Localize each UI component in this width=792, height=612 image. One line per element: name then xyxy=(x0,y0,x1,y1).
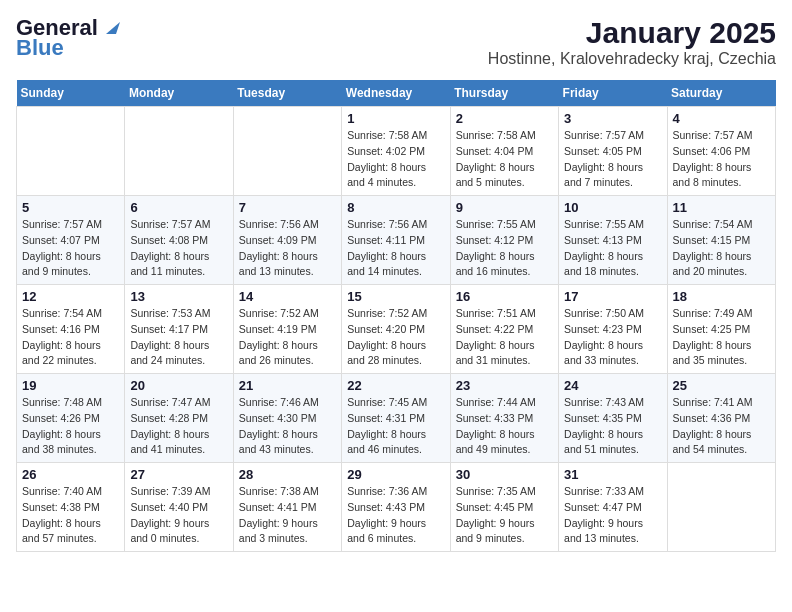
week-row-5: 26Sunrise: 7:40 AMSunset: 4:38 PMDayligh… xyxy=(17,463,776,552)
day-cell: 3Sunrise: 7:57 AMSunset: 4:05 PMDaylight… xyxy=(559,107,667,196)
day-cell xyxy=(233,107,341,196)
day-cell: 23Sunrise: 7:44 AMSunset: 4:33 PMDayligh… xyxy=(450,374,558,463)
day-detail: Sunrise: 7:52 AMSunset: 4:20 PMDaylight:… xyxy=(347,306,444,369)
day-detail: Sunrise: 7:43 AMSunset: 4:35 PMDaylight:… xyxy=(564,395,661,458)
page-header: General Blue January 2025 Hostinne, Kral… xyxy=(16,16,776,68)
day-detail: Sunrise: 7:36 AMSunset: 4:43 PMDaylight:… xyxy=(347,484,444,547)
day-number: 17 xyxy=(564,289,661,304)
col-header-wednesday: Wednesday xyxy=(342,80,450,107)
day-detail: Sunrise: 7:54 AMSunset: 4:16 PMDaylight:… xyxy=(22,306,119,369)
day-detail: Sunrise: 7:46 AMSunset: 4:30 PMDaylight:… xyxy=(239,395,336,458)
day-number: 31 xyxy=(564,467,661,482)
col-header-tuesday: Tuesday xyxy=(233,80,341,107)
day-detail: Sunrise: 7:57 AMSunset: 4:07 PMDaylight:… xyxy=(22,217,119,280)
day-detail: Sunrise: 7:57 AMSunset: 4:05 PMDaylight:… xyxy=(564,128,661,191)
day-cell: 18Sunrise: 7:49 AMSunset: 4:25 PMDayligh… xyxy=(667,285,775,374)
day-number: 22 xyxy=(347,378,444,393)
day-number: 13 xyxy=(130,289,227,304)
day-number: 24 xyxy=(564,378,661,393)
day-number: 26 xyxy=(22,467,119,482)
day-cell: 7Sunrise: 7:56 AMSunset: 4:09 PMDaylight… xyxy=(233,196,341,285)
day-number: 18 xyxy=(673,289,770,304)
day-detail: Sunrise: 7:49 AMSunset: 4:25 PMDaylight:… xyxy=(673,306,770,369)
day-detail: Sunrise: 7:55 AMSunset: 4:13 PMDaylight:… xyxy=(564,217,661,280)
day-cell: 1Sunrise: 7:58 AMSunset: 4:02 PMDaylight… xyxy=(342,107,450,196)
logo: General Blue xyxy=(16,16,122,60)
day-detail: Sunrise: 7:44 AMSunset: 4:33 PMDaylight:… xyxy=(456,395,553,458)
day-detail: Sunrise: 7:52 AMSunset: 4:19 PMDaylight:… xyxy=(239,306,336,369)
day-cell xyxy=(17,107,125,196)
day-detail: Sunrise: 7:57 AMSunset: 4:08 PMDaylight:… xyxy=(130,217,227,280)
day-cell: 25Sunrise: 7:41 AMSunset: 4:36 PMDayligh… xyxy=(667,374,775,463)
day-cell: 24Sunrise: 7:43 AMSunset: 4:35 PMDayligh… xyxy=(559,374,667,463)
day-number: 28 xyxy=(239,467,336,482)
day-detail: Sunrise: 7:57 AMSunset: 4:06 PMDaylight:… xyxy=(673,128,770,191)
day-cell: 30Sunrise: 7:35 AMSunset: 4:45 PMDayligh… xyxy=(450,463,558,552)
day-number: 27 xyxy=(130,467,227,482)
day-detail: Sunrise: 7:56 AMSunset: 4:09 PMDaylight:… xyxy=(239,217,336,280)
day-number: 9 xyxy=(456,200,553,215)
col-header-saturday: Saturday xyxy=(667,80,775,107)
day-cell: 27Sunrise: 7:39 AMSunset: 4:40 PMDayligh… xyxy=(125,463,233,552)
day-cell: 16Sunrise: 7:51 AMSunset: 4:22 PMDayligh… xyxy=(450,285,558,374)
day-cell: 19Sunrise: 7:48 AMSunset: 4:26 PMDayligh… xyxy=(17,374,125,463)
day-detail: Sunrise: 7:38 AMSunset: 4:41 PMDaylight:… xyxy=(239,484,336,547)
day-cell: 13Sunrise: 7:53 AMSunset: 4:17 PMDayligh… xyxy=(125,285,233,374)
day-cell: 4Sunrise: 7:57 AMSunset: 4:06 PMDaylight… xyxy=(667,107,775,196)
day-cell: 5Sunrise: 7:57 AMSunset: 4:07 PMDaylight… xyxy=(17,196,125,285)
day-detail: Sunrise: 7:51 AMSunset: 4:22 PMDaylight:… xyxy=(456,306,553,369)
week-row-1: 1Sunrise: 7:58 AMSunset: 4:02 PMDaylight… xyxy=(17,107,776,196)
day-number: 4 xyxy=(673,111,770,126)
day-detail: Sunrise: 7:48 AMSunset: 4:26 PMDaylight:… xyxy=(22,395,119,458)
day-detail: Sunrise: 7:39 AMSunset: 4:40 PMDaylight:… xyxy=(130,484,227,547)
day-cell: 15Sunrise: 7:52 AMSunset: 4:20 PMDayligh… xyxy=(342,285,450,374)
day-cell xyxy=(667,463,775,552)
day-cell: 14Sunrise: 7:52 AMSunset: 4:19 PMDayligh… xyxy=(233,285,341,374)
svg-marker-0 xyxy=(106,22,120,34)
day-number: 16 xyxy=(456,289,553,304)
week-row-3: 12Sunrise: 7:54 AMSunset: 4:16 PMDayligh… xyxy=(17,285,776,374)
day-detail: Sunrise: 7:56 AMSunset: 4:11 PMDaylight:… xyxy=(347,217,444,280)
day-cell: 8Sunrise: 7:56 AMSunset: 4:11 PMDaylight… xyxy=(342,196,450,285)
day-number: 19 xyxy=(22,378,119,393)
day-cell: 26Sunrise: 7:40 AMSunset: 4:38 PMDayligh… xyxy=(17,463,125,552)
day-cell: 9Sunrise: 7:55 AMSunset: 4:12 PMDaylight… xyxy=(450,196,558,285)
day-detail: Sunrise: 7:58 AMSunset: 4:04 PMDaylight:… xyxy=(456,128,553,191)
day-number: 15 xyxy=(347,289,444,304)
day-number: 7 xyxy=(239,200,336,215)
day-cell: 17Sunrise: 7:50 AMSunset: 4:23 PMDayligh… xyxy=(559,285,667,374)
col-header-monday: Monday xyxy=(125,80,233,107)
week-row-4: 19Sunrise: 7:48 AMSunset: 4:26 PMDayligh… xyxy=(17,374,776,463)
col-header-sunday: Sunday xyxy=(17,80,125,107)
day-cell: 12Sunrise: 7:54 AMSunset: 4:16 PMDayligh… xyxy=(17,285,125,374)
calendar-subtitle: Hostinne, Kralovehradecky kraj, Czechia xyxy=(488,50,776,68)
day-number: 20 xyxy=(130,378,227,393)
day-number: 29 xyxy=(347,467,444,482)
day-detail: Sunrise: 7:53 AMSunset: 4:17 PMDaylight:… xyxy=(130,306,227,369)
day-cell: 29Sunrise: 7:36 AMSunset: 4:43 PMDayligh… xyxy=(342,463,450,552)
day-number: 10 xyxy=(564,200,661,215)
day-detail: Sunrise: 7:54 AMSunset: 4:15 PMDaylight:… xyxy=(673,217,770,280)
logo-arrow-icon xyxy=(100,16,122,38)
day-cell xyxy=(125,107,233,196)
week-row-2: 5Sunrise: 7:57 AMSunset: 4:07 PMDaylight… xyxy=(17,196,776,285)
calendar-title: January 2025 xyxy=(488,16,776,50)
calendar-header-row: SundayMondayTuesdayWednesdayThursdayFrid… xyxy=(17,80,776,107)
day-detail: Sunrise: 7:33 AMSunset: 4:47 PMDaylight:… xyxy=(564,484,661,547)
day-number: 12 xyxy=(22,289,119,304)
day-cell: 28Sunrise: 7:38 AMSunset: 4:41 PMDayligh… xyxy=(233,463,341,552)
day-number: 30 xyxy=(456,467,553,482)
day-number: 3 xyxy=(564,111,661,126)
day-cell: 10Sunrise: 7:55 AMSunset: 4:13 PMDayligh… xyxy=(559,196,667,285)
calendar-table: SundayMondayTuesdayWednesdayThursdayFrid… xyxy=(16,80,776,552)
day-number: 1 xyxy=(347,111,444,126)
day-cell: 21Sunrise: 7:46 AMSunset: 4:30 PMDayligh… xyxy=(233,374,341,463)
day-detail: Sunrise: 7:47 AMSunset: 4:28 PMDaylight:… xyxy=(130,395,227,458)
day-detail: Sunrise: 7:58 AMSunset: 4:02 PMDaylight:… xyxy=(347,128,444,191)
col-header-thursday: Thursday xyxy=(450,80,558,107)
logo-blue: Blue xyxy=(16,36,64,60)
day-cell: 22Sunrise: 7:45 AMSunset: 4:31 PMDayligh… xyxy=(342,374,450,463)
day-number: 6 xyxy=(130,200,227,215)
day-number: 23 xyxy=(456,378,553,393)
day-detail: Sunrise: 7:55 AMSunset: 4:12 PMDaylight:… xyxy=(456,217,553,280)
